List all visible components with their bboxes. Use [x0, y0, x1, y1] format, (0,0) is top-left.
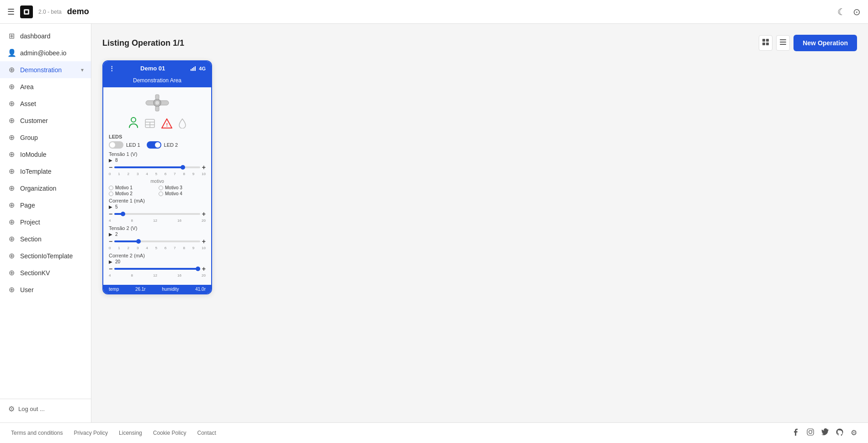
tensao2-arrow: ▶ [109, 232, 112, 237]
tensao1-marks: 012345678910 [109, 172, 206, 176]
svg-point-26 [812, 430, 813, 431]
led2-label: LED 2 [164, 142, 178, 148]
footer-cookie[interactable]: Cookie Policy [153, 430, 186, 436]
svg-rect-2 [762, 39, 765, 42]
sidebar-item-project[interactable]: ⊕ Project [0, 213, 91, 230]
sidebar-item-user[interactable]: ⊕ User [0, 281, 91, 298]
sidebar-item-organization[interactable]: ⊕ Organization [0, 180, 91, 197]
customer-icon: ⊕ [7, 116, 16, 125]
person-icon [128, 117, 138, 131]
corrente2-value: 20 [115, 259, 120, 264]
device-card-subheader: Demonstration Area [103, 75, 211, 87]
sidebar-item-customer[interactable]: ⊕ Customer [0, 112, 91, 129]
tensao1-thumb [181, 165, 185, 170]
settings-icon[interactable]: ⚙ [851, 428, 857, 438]
page-icon: ⊕ [7, 201, 16, 209]
svg-rect-8 [780, 44, 786, 45]
footer-contact[interactable]: Contact [197, 430, 216, 436]
tensao1-controls: − + [109, 164, 206, 171]
footer-terms[interactable]: Terms and conditions [11, 430, 63, 436]
sidebar-item-sectionkv[interactable]: ⊕ SectionKV [0, 264, 91, 281]
sidebar-label-demonstration: Demonstration [20, 66, 76, 74]
footer-privacy[interactable]: Privacy Policy [74, 430, 108, 436]
card-humidity-value: 41.0r [195, 287, 206, 292]
sidebar-item-section[interactable]: ⊕ Section [0, 230, 91, 247]
twitter-icon[interactable] [821, 428, 829, 438]
gear-icon: ⚙ [7, 405, 16, 413]
sidebar-item-asset[interactable]: ⊕ Asset [0, 95, 91, 112]
github-icon[interactable] [836, 428, 843, 438]
led1-toggle[interactable] [109, 141, 123, 149]
admin-icon: 👤 [7, 48, 16, 57]
grid-view-button[interactable] [759, 35, 772, 51]
corrente1-track[interactable] [114, 213, 200, 215]
corrente2-plus[interactable]: + [202, 265, 206, 272]
content-actions: New Operation [759, 35, 857, 51]
tensao2-plus[interactable]: + [202, 238, 206, 245]
topbar-right: ☾ ⊙ [837, 6, 861, 17]
sidebar-item-dashboard[interactable]: ⊞ dashboard [0, 27, 91, 44]
motivo4-option[interactable]: Motivo 4 [159, 191, 206, 196]
motivo3-label: Motivo 3 [165, 185, 182, 190]
tensao1-track[interactable] [114, 166, 200, 168]
corrente1-thumb [121, 212, 125, 216]
led1-label: LED 1 [126, 142, 140, 148]
sidebar-label-logout: Log out ... [18, 406, 84, 412]
sidebar-item-group[interactable]: ⊕ Group [0, 129, 91, 146]
corrente2-arrow: ▶ [109, 259, 112, 264]
sidebar-item-admin[interactable]: 👤 admin@iobee.io [0, 44, 91, 61]
corrente1-controls: − + [109, 210, 206, 218]
corrente2-track[interactable] [114, 268, 200, 270]
svg-rect-1 [25, 11, 28, 13]
corrente2-minus[interactable]: − [109, 265, 112, 272]
corrente1-title: Corrente 1 (mA) [109, 198, 206, 203]
sidebar-item-iotemplate[interactable]: ⊕ IoTemplate [0, 163, 91, 180]
content-area: Listing Operation 1/1 New Operation [91, 24, 868, 422]
user-profile-icon[interactable]: ⊙ [853, 6, 861, 17]
sidebar-item-settings[interactable]: ⚙ Log out ... [0, 403, 91, 415]
instagram-icon[interactable] [807, 428, 814, 438]
dark-mode-icon[interactable]: ☾ [837, 6, 846, 17]
corrente1-plus[interactable]: + [202, 210, 206, 218]
facebook-icon[interactable] [792, 428, 799, 438]
tensao1-section: Tensão 1 (V) ▶ 8 − + 01234567 [109, 151, 206, 176]
corrente1-minus[interactable]: − [109, 210, 112, 218]
chevron-down-icon: ▾ [81, 67, 84, 73]
motivo3-option[interactable]: Motivo 3 [159, 185, 206, 190]
tensao2-track[interactable] [114, 240, 200, 242]
app-logo [20, 5, 33, 18]
svg-rect-5 [766, 43, 769, 45]
tensao2-section: Tensão 2 (V) ▶ 2 − + 01234567 [109, 225, 206, 250]
list-view-button[interactable] [776, 35, 790, 51]
tensao1-plus[interactable]: + [202, 164, 206, 171]
motivo2-option[interactable]: Motivo 2 [109, 191, 156, 196]
corrente2-controls: − + [109, 265, 206, 272]
tensao1-minus[interactable]: − [109, 164, 112, 171]
asset-icon: ⊕ [7, 99, 16, 108]
footer-licensing[interactable]: Licensing [119, 430, 142, 436]
sidebar-item-sectioniotemplate[interactable]: ⊕ SectionIoTemplate [0, 247, 91, 264]
sidebar-label-section: Section [20, 235, 84, 243]
sectionkv-icon: ⊕ [7, 268, 16, 277]
svg-point-18 [131, 117, 136, 122]
motivo1-option[interactable]: Motivo 1 [109, 185, 156, 190]
sidebar-item-iomodule[interactable]: ⊕ IoModule [0, 146, 91, 163]
content-header: Listing Operation 1/1 New Operation [102, 35, 857, 51]
svg-rect-24 [807, 429, 814, 435]
iomodule-icon: ⊕ [7, 150, 16, 159]
led2-toggle[interactable] [147, 141, 161, 149]
sidebar-item-demonstration[interactable]: ⊕ Demonstration ▾ [0, 61, 91, 78]
sidebar-item-page[interactable]: ⊕ Page [0, 197, 91, 213]
device-card: ⋮ Demo 01 4G Demonstration Area [102, 60, 212, 294]
warning-icon: ! [161, 118, 172, 129]
card-menu-dots[interactable]: ⋮ [109, 65, 115, 72]
menu-icon[interactable]: ☰ [7, 7, 15, 17]
organization-icon: ⊕ [7, 184, 16, 192]
sidebar-item-area[interactable]: ⊕ Area [0, 78, 91, 95]
new-operation-button[interactable]: New Operation [793, 35, 857, 51]
motivo-section: motivo Motivo 1 Motivo 3 Motivo 2 [109, 179, 206, 196]
sidebar-label-area: Area [20, 83, 84, 91]
footer-social: ⚙ [792, 428, 857, 438]
corrente1-value: 5 [115, 204, 118, 209]
tensao2-minus[interactable]: − [109, 238, 112, 245]
